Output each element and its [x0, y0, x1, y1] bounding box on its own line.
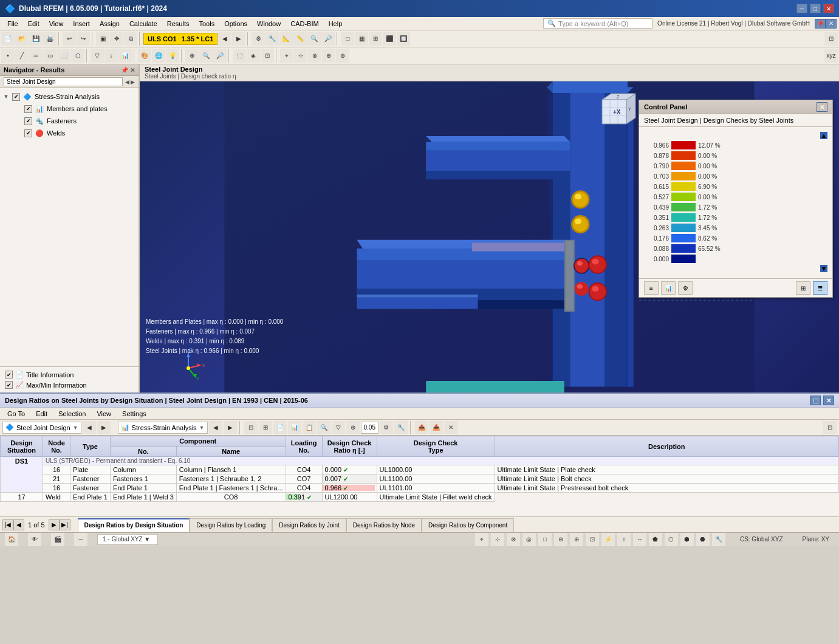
save-button[interactable]: 💾	[29, 32, 43, 46]
snap-icon-12[interactable]: ⬟	[649, 533, 662, 546]
opening-button[interactable]: ⬡	[71, 49, 84, 63]
snap-icon-11[interactable]: ↔	[633, 533, 646, 546]
undo-button[interactable]: ↩	[63, 32, 76, 46]
support-button[interactable]: ▽	[91, 49, 104, 63]
results-tb-filter[interactable]: ▽	[332, 421, 345, 434]
cube-navigator[interactable]: +X Y Z	[590, 87, 639, 136]
node-button[interactable]: •	[1, 49, 15, 63]
snap-icon-14[interactable]: ⬢	[680, 533, 694, 546]
copy-button[interactable]: ⧉	[124, 32, 137, 46]
isometric-button[interactable]: ◈	[247, 49, 260, 63]
snap-button-1[interactable]: ⌖	[280, 49, 293, 63]
results-tb-2[interactable]: ⊞	[259, 421, 272, 434]
table-row-2[interactable]: 16 Fastener End Plate 1 End Plate 1 | Fa…	[1, 484, 839, 493]
top-view-button[interactable]: ⊡	[261, 49, 274, 63]
results-tb-1[interactable]: ⊡	[244, 421, 258, 434]
tree-item-fasteners[interactable]: ✔ 🔩 Fasteners	[12, 115, 139, 127]
viewport-canvas[interactable]: +X Y Z Members and Plates | max η : 0.00…	[140, 81, 839, 392]
search-box[interactable]: 🔍 Type a keyword (Alt+Q)	[543, 18, 652, 29]
tab-loading[interactable]: Design Ratios by Loading	[190, 518, 272, 532]
uls-next-button[interactable]: ▶	[232, 32, 245, 46]
line-button[interactable]: ╱	[15, 49, 29, 63]
navigator-icon-2[interactable]: ✕	[130, 67, 135, 74]
results-expand-button[interactable]: ⬚	[810, 396, 821, 405]
tree-checkbox-members[interactable]: ✔	[24, 105, 32, 113]
menu-view[interactable]: View	[44, 19, 69, 29]
snap-icon-6[interactable]: ⊛	[554, 533, 567, 546]
snap-button-2[interactable]: ⊹	[294, 49, 307, 63]
snap-icon-10[interactable]: ↕	[617, 533, 631, 546]
status-icon-1[interactable]: 🏠	[5, 533, 18, 546]
uls-combo[interactable]: ULS CO1 1.35 * LC1	[143, 33, 217, 45]
display-button-5[interactable]: 🔍	[307, 32, 321, 46]
results-dropdown-left[interactable]: 🔷 Steel Joint Design ▼	[2, 422, 81, 434]
coord-dropdown[interactable]: 1 - Global XYZ ▼	[97, 534, 158, 545]
snap-icon-1[interactable]: ⌖	[475, 533, 488, 546]
cp-icon-list[interactable]: ≣	[813, 281, 827, 295]
tab-node[interactable]: Design Ratios by Node	[346, 518, 422, 532]
maximize-button[interactable]: □	[810, 4, 821, 13]
navigator-dropdown[interactable]: Steel Joint Design	[4, 77, 123, 86]
menu-cadbim[interactable]: CAD-BIM	[286, 19, 323, 29]
render-button-2[interactable]: 🌐	[152, 49, 165, 63]
result-button[interactable]: 📊	[118, 49, 132, 63]
results-tb-8[interactable]: ⚙	[380, 421, 393, 434]
status-icon-3[interactable]: 🎬	[51, 533, 64, 546]
close-button[interactable]: ✕	[823, 4, 834, 13]
legend-scroll-down[interactable]: ▼	[820, 265, 827, 272]
results-menu-goto[interactable]: Go To	[2, 409, 30, 418]
snap-icon-8[interactable]: ⊡	[586, 533, 599, 546]
snap-icon-16[interactable]: 🔧	[712, 533, 725, 546]
menu-tools[interactable]: Tools	[194, 19, 219, 29]
page-prev-button[interactable]: ◀	[13, 519, 24, 530]
print-button[interactable]: 🖨️	[43, 32, 57, 46]
page-first-button[interactable]: |◀	[2, 519, 13, 530]
uls-prev-button[interactable]: ◀	[218, 32, 231, 46]
view-button-4[interactable]: ⬛	[383, 32, 396, 46]
render-button-3[interactable]: 💡	[166, 49, 179, 63]
snap-icon-7[interactable]: ⊕	[570, 533, 583, 546]
nav-prev-arrow[interactable]: ◀	[125, 79, 129, 85]
results-tb-9[interactable]: 🔧	[394, 421, 408, 434]
results-tb-5[interactable]: 📋	[303, 421, 316, 434]
nav-title-info[interactable]: ✔ 📄 Title Information	[2, 369, 136, 380]
menu-results[interactable]: Results	[162, 19, 194, 29]
results-analysis-prev[interactable]: ◀	[209, 421, 222, 434]
results-next-button[interactable]: ▶	[97, 421, 111, 434]
results-tb-6[interactable]: 🔍	[317, 421, 330, 434]
zoom-fit-button[interactable]: ⊕	[185, 49, 199, 63]
cp-close-button[interactable]: ✕	[817, 102, 827, 112]
snap-button-5[interactable]: ⊛	[336, 49, 349, 63]
table-row-0[interactable]: 16 Plate Column Column | Flansch 1 CO4 0…	[1, 465, 839, 474]
display-button-2[interactable]: 🔧	[265, 32, 279, 46]
results-prev-button[interactable]: ◀	[83, 421, 96, 434]
panel-close-button[interactable]: ✕	[826, 19, 837, 29]
tree-checkbox-root[interactable]: ✔	[12, 93, 20, 101]
results-analysis-next[interactable]: ▶	[224, 421, 237, 434]
tree-checkbox-fasteners[interactable]: ✔	[24, 117, 32, 125]
tree-item-members[interactable]: ✔ 📊 Members and plates	[12, 103, 139, 115]
tree-checkbox-welds[interactable]: ✔	[24, 129, 32, 137]
tree-item-root[interactable]: ▼ ✔ 🔷 Stress-Strain Analysis	[0, 91, 139, 103]
menu-file[interactable]: File	[2, 19, 23, 29]
snap-button-3[interactable]: ⊗	[308, 49, 321, 63]
load-button[interactable]: ↓	[104, 49, 118, 63]
snap-icon-9[interactable]: ⚡	[601, 533, 615, 546]
results-tb-3[interactable]: 📄	[273, 421, 287, 434]
member-button[interactable]: ═	[29, 49, 43, 63]
render-button-1[interactable]: 🎨	[138, 49, 151, 63]
menu-calculate[interactable]: Calculate	[125, 19, 162, 29]
cp-icon-settings[interactable]: ⚙	[678, 281, 693, 295]
tab-component[interactable]: Design Ratios by Component	[422, 518, 514, 532]
table-row-3[interactable]: 17 Weld End Plate 1 End Plate 1 | Weld 3…	[1, 493, 839, 502]
snap-icon-13[interactable]: ⬡	[665, 533, 678, 546]
menu-options[interactable]: Options	[219, 19, 252, 29]
redo-button[interactable]: ↪	[77, 32, 90, 46]
display-button-1[interactable]: ⚙	[252, 32, 265, 46]
move-button[interactable]: ✥	[110, 32, 123, 46]
snap-icon-15[interactable]: ⬣	[696, 533, 710, 546]
zoom-out-button[interactable]: 🔎	[213, 49, 227, 63]
results-tb-11[interactable]: 📥	[430, 421, 443, 434]
snap-icon-4[interactable]: ◎	[522, 533, 536, 546]
view-button-3[interactable]: ⊞	[369, 32, 382, 46]
